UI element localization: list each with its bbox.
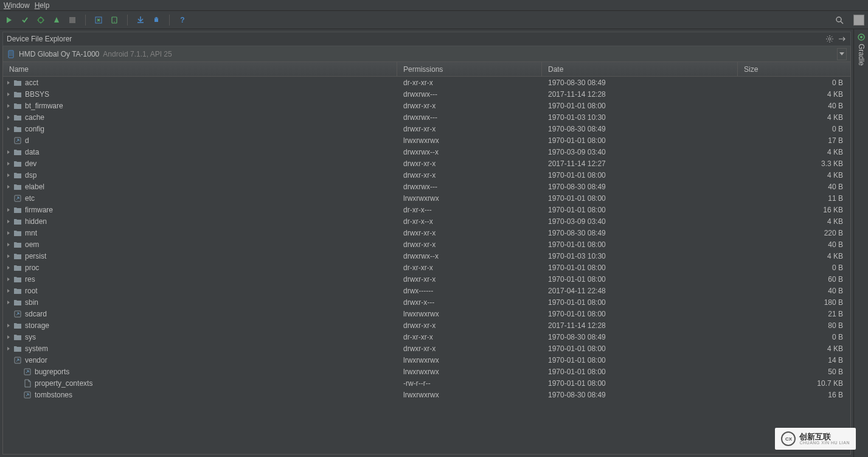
expand-arrow-icon[interactable] xyxy=(5,103,12,109)
folder-icon xyxy=(13,321,22,330)
table-row[interactable]: rootdrwx------2017-04-11 22:4840 B xyxy=(3,285,850,296)
sdk-manager-icon[interactable] xyxy=(135,15,146,26)
table-row[interactable]: storagedrwxr-xr-x2017-11-14 12:2880 B xyxy=(3,319,850,331)
menu-window[interactable]: Window xyxy=(4,1,30,10)
table-row[interactable]: BBSYSdrwxrwx---2017-11-14 12:284 KB xyxy=(3,88,850,100)
table-row[interactable]: oemdrwxr-xr-x1970-01-01 08:0040 B xyxy=(3,239,850,250)
expand-arrow-icon[interactable] xyxy=(5,80,12,86)
sync-icon[interactable] xyxy=(93,15,104,26)
table-row[interactable]: procdr-xr-xr-x1970-01-01 08:000 B xyxy=(3,262,850,273)
apply-changes-icon[interactable] xyxy=(19,15,30,26)
row-name: persist xyxy=(25,252,46,260)
row-name: hidden xyxy=(25,217,47,226)
column-size[interactable]: Size xyxy=(738,62,850,76)
menu-help[interactable]: Help xyxy=(35,1,50,10)
table-row[interactable]: etclrwxrwxrwx1970-01-01 08:0011 B xyxy=(3,192,850,204)
expand-arrow-icon[interactable] xyxy=(5,288,12,294)
row-name: oem xyxy=(25,240,39,249)
expand-arrow-icon[interactable] xyxy=(5,91,12,97)
expand-arrow-icon[interactable] xyxy=(5,230,12,236)
table-row[interactable]: sbindrwxr-x---1970-01-01 08:00180 B xyxy=(3,296,850,308)
table-row[interactable]: tombstoneslrwxrwxrwx1970-08-30 08:4916 B xyxy=(3,389,850,400)
expand-arrow-icon[interactable] xyxy=(5,207,12,213)
table-row[interactable]: property_contexts-rw-r--r--1970-01-01 08… xyxy=(3,377,850,389)
row-name: sbin xyxy=(25,298,38,307)
hide-icon[interactable] xyxy=(837,34,847,44)
cell-name: dsp xyxy=(3,171,397,180)
table-row[interactable]: resdrwxr-xr-x1970-01-01 08:0060 B xyxy=(3,273,850,285)
expand-arrow-icon[interactable] xyxy=(5,114,12,120)
expand-arrow-icon[interactable] xyxy=(5,253,12,259)
expand-arrow-icon[interactable] xyxy=(5,276,12,282)
panel-header: Device File Explorer xyxy=(2,32,851,46)
expand-arrow-icon[interactable] xyxy=(5,299,12,305)
table-row[interactable]: firmwaredr-xr-x---1970-01-01 08:0016 KB xyxy=(3,204,850,215)
profile-icon[interactable] xyxy=(51,15,62,26)
table-row[interactable]: mntdrwxr-xr-x1970-08-30 08:49220 B xyxy=(3,227,850,239)
folder-icon xyxy=(13,240,22,249)
expand-arrow-icon[interactable] xyxy=(5,218,12,225)
table-row[interactable]: configdrwxr-xr-x1970-08-30 08:490 B xyxy=(3,123,850,134)
table-row[interactable]: bt_firmwaredrwxr-xr-x1970-01-01 08:0040 … xyxy=(3,100,850,111)
device-dropdown-icon[interactable] xyxy=(837,48,847,60)
device-selector[interactable]: HMD Global Oy TA-1000 Android 7.1.1, API… xyxy=(2,46,851,62)
table-row[interactable]: hiddendr-xr-x--x1970-03-09 03:404 KB xyxy=(3,215,850,227)
svg-point-11 xyxy=(828,38,831,40)
help-icon[interactable]: ? xyxy=(177,15,188,26)
expand-arrow-icon[interactable] xyxy=(5,184,12,190)
cell-name: storage xyxy=(3,321,397,330)
table-row[interactable]: elabeldrwxrwx---1970-08-30 08:4940 B xyxy=(3,181,850,192)
expand-arrow-icon[interactable] xyxy=(5,265,12,271)
gear-icon[interactable] xyxy=(825,34,835,44)
table-row[interactable]: systemdrwxr-xr-x1970-01-01 08:004 KB xyxy=(3,343,850,354)
column-permissions[interactable]: Permissions xyxy=(397,62,542,76)
cell-name: data xyxy=(3,148,397,156)
row-name: cache xyxy=(25,113,44,122)
row-name: elabel xyxy=(25,183,44,191)
cell-date: 1970-01-01 08:00 xyxy=(542,356,738,365)
table-row[interactable]: cachedrwxrwx---1970-01-03 10:304 KB xyxy=(3,111,850,123)
expand-arrow-icon[interactable] xyxy=(5,149,12,155)
expand-arrow-icon[interactable] xyxy=(5,323,12,329)
row-name: root xyxy=(25,287,38,295)
svg-point-0 xyxy=(38,18,43,23)
cell-name: etc xyxy=(3,194,397,203)
stop-icon[interactable] xyxy=(67,15,78,26)
table-row[interactable]: acctdr-xr-xr-x1970-08-30 08:490 B xyxy=(3,77,850,88)
table-body[interactable]: acctdr-xr-xr-x1970-08-30 08:490 BBBSYSdr… xyxy=(2,77,851,455)
run-icon[interactable] xyxy=(4,15,15,26)
toolbar-separator xyxy=(169,15,170,26)
gradle-tab[interactable]: Gradle xyxy=(857,33,866,66)
table-row[interactable]: vendorlrwxrwxrwx1970-01-01 08:0014 B xyxy=(3,354,850,366)
row-name: d xyxy=(25,136,29,145)
device-file-explorer-panel: Device File Explorer HMD Global Oy TA-10… xyxy=(0,29,853,457)
expand-arrow-icon[interactable] xyxy=(5,346,12,352)
cell-date: 1970-03-09 03:40 xyxy=(542,148,738,156)
row-name: tombstones xyxy=(35,391,72,399)
search-icon[interactable] xyxy=(834,15,845,26)
expand-arrow-icon[interactable] xyxy=(5,334,12,340)
cell-date: 1970-01-01 08:00 xyxy=(542,310,738,318)
cell-date: 1970-01-01 08:00 xyxy=(542,194,738,203)
table-row[interactable]: bugreportslrwxrwxrwx1970-01-01 08:0050 B xyxy=(3,366,850,377)
avd-manager-icon[interactable] xyxy=(109,15,120,26)
expand-arrow-icon[interactable] xyxy=(5,161,12,167)
table-row[interactable]: sdcardlrwxrwxrwx1970-01-01 08:0021 B xyxy=(3,308,850,319)
table-row[interactable]: persistdrwxrwx--x1970-01-03 10:304 KB xyxy=(3,250,850,262)
expand-arrow-icon[interactable] xyxy=(5,172,12,178)
user-icon[interactable] xyxy=(853,15,864,26)
folder-icon xyxy=(13,217,22,226)
cell-name: sdcard xyxy=(3,310,397,318)
table-row[interactable]: dlrwxrwxrwx1970-01-01 08:0017 B xyxy=(3,134,850,146)
column-name[interactable]: Name xyxy=(3,62,397,76)
debug-icon[interactable] xyxy=(35,15,46,26)
cell-date: 1970-08-30 08:49 xyxy=(542,391,738,399)
table-row[interactable]: sysdr-xr-xr-x1970-08-30 08:490 B xyxy=(3,331,850,343)
android-icon[interactable] xyxy=(151,15,162,26)
table-row[interactable]: datadrwxrwx--x1970-03-09 03:404 KB xyxy=(3,146,850,158)
expand-arrow-icon[interactable] xyxy=(5,126,12,132)
table-row[interactable]: devdrwxr-xr-x2017-11-14 12:273.3 KB xyxy=(3,158,850,169)
expand-arrow-icon[interactable] xyxy=(5,242,12,248)
column-date[interactable]: Date xyxy=(542,62,738,76)
table-row[interactable]: dspdrwxr-xr-x1970-01-01 08:004 KB xyxy=(3,169,850,181)
